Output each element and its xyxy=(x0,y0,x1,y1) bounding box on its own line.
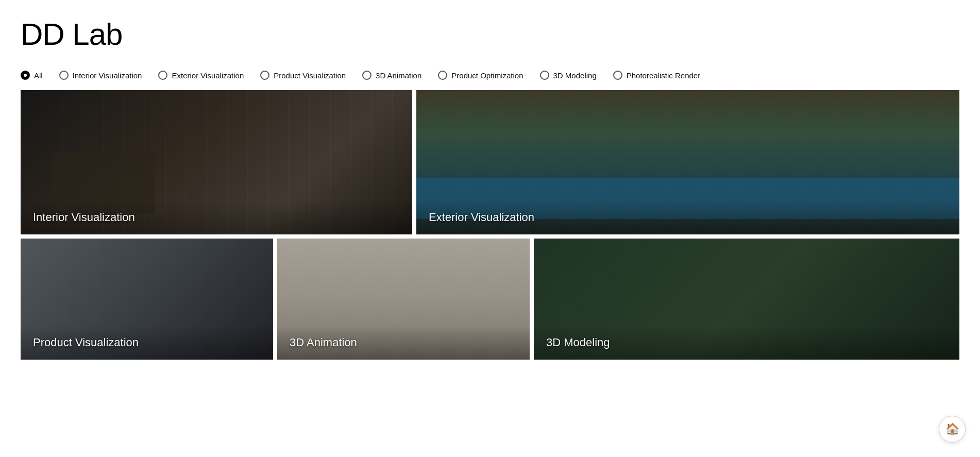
filter-3d-animation-label: 3D Animation xyxy=(376,71,421,80)
filter-product-optimization-label: Product Optimization xyxy=(451,71,523,80)
gallery-item-product[interactable]: Product Visualization xyxy=(21,239,273,360)
interior-label: Interior Visualization xyxy=(21,200,412,234)
gallery-item-exterior[interactable]: Exterior Visualization xyxy=(416,90,959,234)
gallery-item-animation[interactable]: 3D Animation xyxy=(277,239,530,360)
filter-product-optimization[interactable]: Product Optimization xyxy=(438,71,523,80)
radio-exterior-visualization xyxy=(158,71,167,80)
radio-3d-animation xyxy=(362,71,371,80)
product-label: Product Visualization xyxy=(21,326,273,360)
header: DD Lab xyxy=(0,0,980,62)
filter-product-visualization-label: Product Visualization xyxy=(274,71,346,80)
filter-3d-modeling-label: 3D Modeling xyxy=(553,71,597,80)
filter-product-visualization[interactable]: Product Visualization xyxy=(260,71,346,80)
radio-product-optimization xyxy=(438,71,447,80)
radio-all xyxy=(21,71,30,80)
filter-photorealistic-render-label: Photorealistic Render xyxy=(627,71,700,80)
filter-interior-visualization[interactable]: Interior Visualization xyxy=(59,71,142,80)
animation-label: 3D Animation xyxy=(277,326,530,360)
filter-exterior-visualization[interactable]: Exterior Visualization xyxy=(158,71,244,80)
filter-photorealistic-render[interactable]: Photorealistic Render xyxy=(613,71,700,80)
radio-3d-modeling xyxy=(540,71,549,80)
home-button[interactable]: 🏠 xyxy=(939,416,966,443)
gallery-grid: Interior Visualization Exterior Visualiz… xyxy=(0,90,980,380)
filter-exterior-visualization-label: Exterior Visualization xyxy=(172,71,244,80)
exterior-label: Exterior Visualization xyxy=(416,200,959,234)
filter-all-label: All xyxy=(34,71,43,80)
filter-3d-animation[interactable]: 3D Animation xyxy=(362,71,421,80)
gallery-row-1: Interior Visualization Exterior Visualiz… xyxy=(21,90,959,234)
radio-interior-visualization xyxy=(59,71,69,80)
filter-3d-modeling[interactable]: 3D Modeling xyxy=(540,71,597,80)
filter-bar: All Interior Visualization Exterior Visu… xyxy=(0,62,980,90)
modeling-label: 3D Modeling xyxy=(534,326,959,360)
radio-photorealistic-render xyxy=(613,71,622,80)
gallery-row-2: Product Visualization 3D Animation 3D Mo… xyxy=(21,239,959,360)
filter-interior-visualization-label: Interior Visualization xyxy=(73,71,142,80)
gallery-item-interior[interactable]: Interior Visualization xyxy=(21,90,412,234)
radio-product-visualization xyxy=(260,71,269,80)
filter-all[interactable]: All xyxy=(21,71,43,80)
site-title: DD Lab xyxy=(21,16,959,52)
gallery-item-modeling[interactable]: 3D Modeling xyxy=(534,239,959,360)
home-icon: 🏠 xyxy=(945,422,959,436)
